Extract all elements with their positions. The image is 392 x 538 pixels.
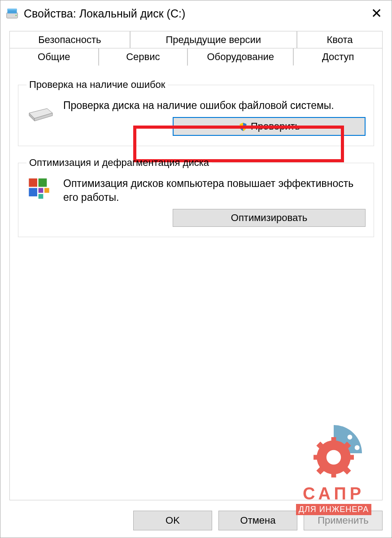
drive-icon [6,7,18,20]
svg-rect-10 [39,188,44,193]
svg-rect-9 [29,188,37,196]
tab-content-tools: Проверка на наличие ошибок Проверка диск… [9,65,383,500]
svg-point-3 [15,15,17,16]
svg-rect-2 [8,9,17,11]
check-button-label: Проверить [251,121,300,132]
ok-button[interactable]: OK [133,511,212,530]
group-optimize-legend: Оптимизация и дефрагментация диска [26,157,212,169]
tab-previous-versions[interactable]: Предыдущие версии [130,31,297,48]
tab-quota[interactable]: Квота [297,31,383,48]
optimize-button[interactable]: Оптимизировать [173,209,366,227]
group-optimize: Оптимизация и дефрагментация диска [18,157,374,237]
optimize-button-label: Оптимизировать [231,212,307,224]
properties-dialog: Свойства: Локальный диск (C:) ✕ Безопасн… [0,0,392,538]
error-checking-description: Проверка диска на наличие ошибок файлово… [63,99,366,113]
dialog-footer: OK Отмена Применить [133,511,383,530]
tab-tools[interactable]: Сервис [99,48,188,66]
defrag-icon [26,177,55,202]
titlebar: Свойства: Локальный диск (C:) ✕ [0,0,392,26]
svg-rect-12 [39,194,44,199]
check-button[interactable]: Проверить [173,117,366,136]
svg-rect-8 [39,178,47,187]
tab-general[interactable]: Общие [9,48,99,66]
svg-rect-7 [29,178,37,187]
tab-sharing[interactable]: Доступ [293,48,383,66]
group-error-checking-legend: Проверка на наличие ошибок [26,79,168,91]
cancel-button[interactable]: Отмена [218,511,297,530]
window-title: Свойства: Локальный диск (C:) [24,7,366,20]
tab-hardware[interactable]: Оборудование [187,48,293,66]
svg-rect-11 [44,188,49,193]
apply-button[interactable]: Применить [304,511,383,530]
group-error-checking: Проверка на наличие ошибок Проверка диск… [18,79,374,146]
tabs: Безопасность Предыдущие версии Квота Общ… [0,26,392,500]
disk-icon [26,99,55,124]
close-button[interactable]: ✕ [366,4,386,23]
tab-security[interactable]: Безопасность [9,31,130,48]
optimize-description: Оптимизация дисков компьютера повышает э… [63,177,366,204]
shield-icon [238,121,248,132]
